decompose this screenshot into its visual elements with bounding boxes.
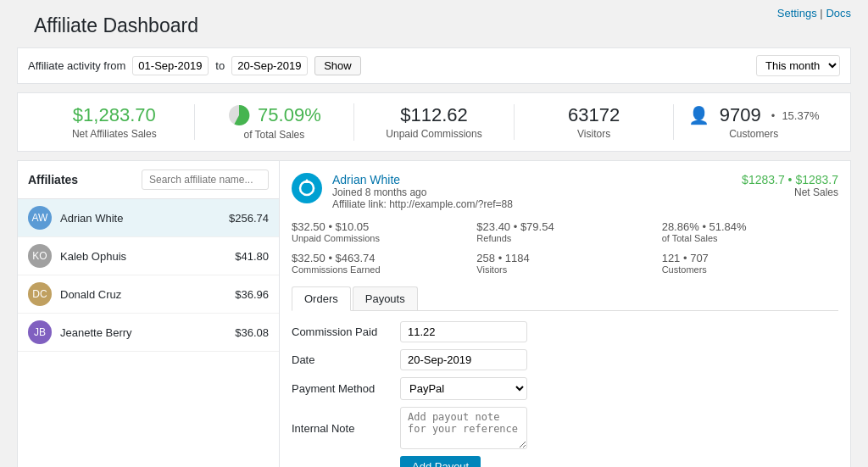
visitors-value-grid: 258 • 1184 xyxy=(476,252,653,264)
affiliates-header: Affiliates xyxy=(18,161,279,199)
tabs: Orders Payouts xyxy=(292,286,838,311)
affiliate-name-3: Jeanette Berry xyxy=(60,326,235,339)
avatar-1: KO xyxy=(28,244,52,268)
internal-note-textarea[interactable] xyxy=(400,407,527,449)
customers-label: Customers xyxy=(729,128,778,140)
tab-orders[interactable]: Orders xyxy=(292,286,351,311)
total-sales-value-grid: 28.86% • 51.84% xyxy=(662,220,838,233)
date-from-input[interactable] xyxy=(132,56,209,75)
settings-link[interactable]: Settings xyxy=(777,7,817,19)
customers-pct: 15.37% xyxy=(782,109,819,122)
unpaid-label: Unpaid Commissions xyxy=(292,233,468,243)
period-dropdown[interactable]: This month Last month This year Custom xyxy=(756,55,840,76)
visitors-label-grid: Visitors xyxy=(476,264,653,275)
visitors-stat: 63172 Visitors xyxy=(515,104,675,140)
customers-label-grid: Customers xyxy=(662,264,838,275)
affiliate-net-sales: $1283.7 • $1283.7 Net Sales xyxy=(742,173,838,198)
affiliate-name-0: Adrian White xyxy=(60,212,229,225)
affiliate-amount-0: $256.74 xyxy=(229,212,269,225)
commissions-value: $32.50 • $463.74 xyxy=(292,252,468,264)
commission-paid-row: Commission Paid xyxy=(292,321,838,342)
affiliate-item-2[interactable]: DC Donald Cruz $36.96 xyxy=(18,275,279,314)
refunds-grid: $23.40 • $79.54 Refunds xyxy=(476,220,653,243)
payment-method-select[interactable]: PayPal Bank Transfer Check xyxy=(400,377,527,400)
stats-grid: $32.50 • $10.05 Unpaid Commissions $23.4… xyxy=(292,220,838,275)
visitors-label: Visitors xyxy=(577,128,610,140)
link-separator: | xyxy=(820,7,822,19)
orders-form: Commission Paid Date Payment Method PayP… xyxy=(292,321,838,467)
payment-method-label: Payment Method xyxy=(292,382,393,395)
affiliate-name-2: Donald Cruz xyxy=(60,288,235,301)
affiliate-name-1: Kaleb Ophuis xyxy=(60,250,235,263)
header-bar: Affiliate activity from to Show This mon… xyxy=(17,47,851,84)
affiliate-item-0[interactable]: AW Adrian White $256.74 xyxy=(18,199,279,237)
top-links: Settings | Docs xyxy=(777,7,851,19)
commissions-grid: $32.50 • $463.74 Commissions Earned xyxy=(292,252,468,275)
avatar-2: DC xyxy=(28,282,52,306)
date-input[interactable] xyxy=(400,349,527,370)
period-select[interactable]: This month Last month This year Custom xyxy=(756,55,840,76)
date-label: Date xyxy=(292,353,393,366)
commission-paid-label: Commission Paid xyxy=(292,325,393,338)
net-sales-label-detail: Net Sales xyxy=(742,186,838,198)
total-sales-grid: 28.86% • 51.84% of Total Sales xyxy=(662,220,838,243)
page-title: Affiliate Dashboard xyxy=(17,7,851,37)
affiliate-link: Affiliate link: http://example.com/?ref=… xyxy=(332,198,513,210)
internal-note-label: Internal Note xyxy=(292,422,393,435)
refresh-icon xyxy=(292,173,322,203)
commission-paid-input[interactable] xyxy=(400,321,527,342)
tab-payouts[interactable]: Payouts xyxy=(353,286,418,310)
visitors-value: 63172 xyxy=(568,104,620,126)
internal-note-row: Internal Note xyxy=(292,407,838,449)
date-row: Date xyxy=(292,349,838,370)
unpaid-commissions-stat: $112.62 Unpaid Commissions xyxy=(354,104,515,140)
affiliate-detail-header: Adrian White Joined 8 months ago Affilia… xyxy=(292,173,838,210)
date-to-input[interactable] xyxy=(231,56,308,75)
svg-point-1 xyxy=(292,173,322,203)
net-sales-value-detail: $1283.7 • $1283.7 xyxy=(742,173,838,186)
customers-grid: 121 • 707 Customers xyxy=(662,252,838,275)
affiliate-link-label: Affiliate link: xyxy=(332,198,387,210)
affiliates-title: Affiliates xyxy=(28,173,78,186)
net-sales-value: $1,283.70 xyxy=(73,104,156,126)
total-sales-label-grid: of Total Sales xyxy=(662,233,838,243)
affiliate-joined: Joined 8 months ago xyxy=(332,186,513,198)
visitors-grid: 258 • 1184 Visitors xyxy=(476,252,653,275)
pie-chart-icon xyxy=(227,103,251,127)
payment-method-row: Payment Method PayPal Bank Transfer Chec… xyxy=(292,377,838,400)
refunds-label: Refunds xyxy=(476,233,653,243)
customers-bullet: • xyxy=(771,109,776,122)
total-sales-label: of Total Sales xyxy=(243,129,304,141)
unpaid-commissions-value: $112.62 xyxy=(400,104,468,126)
show-button[interactable]: Show xyxy=(314,56,361,75)
affiliate-amount-1: $41.80 xyxy=(235,250,269,263)
person-icon: 👤 xyxy=(688,105,709,125)
affiliate-detail-name[interactable]: Adrian White xyxy=(332,173,513,186)
affiliate-list: AW Adrian White $256.74 KO Kaleb Ophuis … xyxy=(18,199,279,352)
affiliate-amount-2: $36.96 xyxy=(235,288,269,301)
commissions-label: Commissions Earned xyxy=(292,264,468,275)
refunds-value: $23.40 • $79.54 xyxy=(476,220,653,233)
search-input[interactable] xyxy=(142,170,269,190)
detail-panel: Adrian White Joined 8 months ago Affilia… xyxy=(280,160,851,467)
affiliates-panel: Affiliates AW Adrian White $256.74 KO Ka… xyxy=(17,160,280,467)
net-sales-label: Net Affiliates Sales xyxy=(72,128,157,140)
unpaid-commissions-label: Unpaid Commissions xyxy=(386,128,481,140)
total-sales-value: 75.09% xyxy=(258,104,321,126)
main-content: Affiliates AW Adrian White $256.74 KO Ka… xyxy=(17,160,851,467)
affiliate-item-1[interactable]: KO Kaleb Ophuis $41.80 xyxy=(18,237,279,275)
stats-row: $1,283.70 Net Affiliates Sales 75.09% of… xyxy=(17,92,851,152)
unpaid-value: $32.50 • $10.05 xyxy=(292,220,468,233)
affiliate-link-value: http://example.com/?ref=88 xyxy=(389,198,513,210)
customers-stat: 👤 9709 • 15.37% Customers xyxy=(674,104,833,140)
avatar-0: AW xyxy=(28,206,52,230)
avatar-3: JB xyxy=(28,320,52,344)
unpaid-commissions-grid: $32.50 • $10.05 Unpaid Commissions xyxy=(292,220,468,243)
docs-link[interactable]: Docs xyxy=(826,7,851,19)
total-sales-stat: 75.09% of Total Sales xyxy=(195,103,355,141)
customers-value: 9709 xyxy=(720,104,761,126)
net-sales-stat: $1,283.70 Net Affiliates Sales xyxy=(35,104,195,140)
affiliate-item-3[interactable]: JB Jeanette Berry $36.08 xyxy=(18,314,279,352)
customers-value-grid: 121 • 707 xyxy=(662,252,838,264)
add-payout-button[interactable]: Add Payout xyxy=(400,456,481,467)
